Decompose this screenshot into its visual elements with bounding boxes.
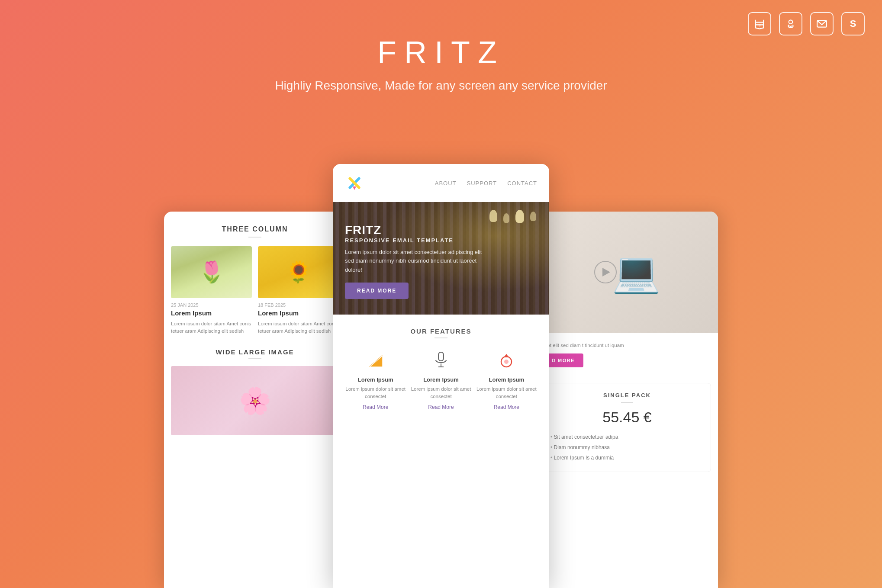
svg-point-15 xyxy=(504,360,509,364)
feature-desc-2: Lorem ipsum dolor sit amet consectet xyxy=(410,386,471,401)
svg-text:5: 5 xyxy=(759,23,761,27)
tulips-image xyxy=(171,246,252,298)
hero-subtitle: Highliy Responsive, Made for any screen … xyxy=(0,79,882,93)
date-2: 18 FEB 2025 xyxy=(258,302,339,308)
feature-item-1: Lorem Ipsum Lorem ipsum dolor sit amet c… xyxy=(345,349,406,410)
hero-title: FRITZ xyxy=(0,35,882,70)
feature-desc-1: Lorem ipsum dolor sit amet consectet xyxy=(345,386,406,401)
feature-item-2: Lorem Ipsum Lorem ipsum dolor sit amet c… xyxy=(410,349,471,410)
svg-rect-10 xyxy=(438,352,444,361)
wide-section: WIDE LARGE IMAGE xyxy=(164,348,346,435)
ring-icon xyxy=(495,349,518,371)
center-hero-image: FRITZ RESPONSIVE EMAIL TEMPLATE Lorem ip… xyxy=(333,202,549,315)
features-divider xyxy=(435,337,447,338)
body-2: Lorem ipsum dolor sitam Amet conis tetue… xyxy=(258,320,339,335)
left-divider-1 xyxy=(248,237,261,238)
three-column-title: THREE COLUMN xyxy=(164,212,346,237)
play-button[interactable] xyxy=(594,261,617,283)
nav-contact[interactable]: CONTACT xyxy=(507,180,537,186)
left-columns: 25 JAN 2025 Lorem Ipsum Lorem ipsum dolo… xyxy=(164,246,346,335)
play-triangle-icon xyxy=(602,268,610,276)
title-1: Lorem Ipsum xyxy=(171,309,252,317)
top-icons-bar: 5 S xyxy=(748,12,865,35)
wide-divider xyxy=(248,358,261,359)
logo-svg xyxy=(345,174,364,193)
center-body: Lorem ipsum dolor sit amet consectetuer … xyxy=(345,248,483,275)
gmail-icon[interactable] xyxy=(810,12,834,35)
features-section: OUR FEATURES Lorem Ipsum Lorem ipsum dol… xyxy=(333,315,549,419)
yellow-image xyxy=(258,246,339,298)
center-hero-tag: FRITZ RESPONSIVE EMAIL TEMPLATE Lorem ip… xyxy=(345,223,537,299)
left-card: THREE COLUMN 25 JAN 2025 Lorem Ipsum Lor… xyxy=(164,212,346,588)
microphone-icon xyxy=(430,349,452,371)
mailchimp-icon[interactable] xyxy=(779,12,802,35)
date-1: 25 JAN 2025 xyxy=(171,302,252,308)
pricing-list: Sit amet consectetuer adipa Diam nonummy… xyxy=(550,432,704,463)
pricing-divider xyxy=(621,402,633,403)
read-more-button[interactable]: READ MORE xyxy=(345,283,409,299)
feature-item-3: Lorem Ipsum Lorem ipsum dolor sit amet c… xyxy=(476,349,537,410)
center-brand: FRITZ xyxy=(345,223,537,237)
right-feature-text: met elit sed diam t tincidunt ut iquam xyxy=(543,341,711,349)
nav-about[interactable]: ABOUT xyxy=(435,180,457,186)
features-title: OUR FEATURES xyxy=(345,328,537,335)
feature-desc-3: Lorem ipsum dolor sit amet consectet xyxy=(476,386,537,401)
pricing-item-3: Lorem Ipsum Is a dummia xyxy=(550,453,704,463)
center-navbar: ABOUT SUPPORT CONTACT xyxy=(333,164,549,202)
left-col-1: 25 JAN 2025 Lorem Ipsum Lorem ipsum dolo… xyxy=(171,246,252,335)
center-logo xyxy=(345,174,364,193)
svg-marker-7 xyxy=(353,186,356,190)
right-card: met elit sed diam t tincidunt ut iquam D… xyxy=(536,212,718,588)
nav-links: ABOUT SUPPORT CONTACT xyxy=(435,180,537,186)
feature-link-1[interactable]: Read More xyxy=(345,404,406,410)
right-feature-section: met elit sed diam t tincidunt ut iquam D… xyxy=(536,333,718,376)
wide-title: WIDE LARGE IMAGE xyxy=(171,348,339,356)
feature-name-2: Lorem Ipsum xyxy=(410,376,471,383)
html5-icon[interactable]: 5 xyxy=(748,12,771,35)
pricing-title: SINGLE PACK xyxy=(550,392,704,398)
cards-container: THREE COLUMN 25 JAN 2025 Lorem Ipsum Lor… xyxy=(0,121,882,588)
body-1: Lorem ipsum dolor sitam Amet conis tetue… xyxy=(171,320,252,335)
sendgrid-icon[interactable]: S xyxy=(841,12,865,35)
center-tagline: RESPONSIVE EMAIL TEMPLATE xyxy=(345,237,537,244)
pricing-item-2: Diam nonummy nibhasa xyxy=(550,442,704,453)
floral-image xyxy=(171,366,339,435)
svg-point-3 xyxy=(789,20,793,24)
svg-marker-8 xyxy=(369,355,383,367)
left-col-2: 18 FEB 2025 Lorem Ipsum Lorem ipsum dolo… xyxy=(258,246,339,335)
nav-support[interactable]: SUPPORT xyxy=(467,180,497,186)
feature-name-1: Lorem Ipsum xyxy=(345,376,406,383)
features-grid: Lorem Ipsum Lorem ipsum dolor sit amet c… xyxy=(345,349,537,410)
laptop-image xyxy=(536,212,718,333)
light-bulbs xyxy=(489,210,536,223)
center-card: ABOUT SUPPORT CONTACT FRITZ RESPONSIVE E… xyxy=(333,164,549,588)
pricing-item-1: Sit amet consectetuer adipa xyxy=(550,432,704,442)
svg-marker-14 xyxy=(504,354,509,357)
feature-link-2[interactable]: Read More xyxy=(410,404,471,410)
hero-section: FRITZ Highliy Responsive, Made for any s… xyxy=(0,35,882,93)
title-2: Lorem Ipsum xyxy=(258,309,339,317)
pricing-price: 55.45 € xyxy=(550,409,704,426)
pricing-box: SINGLE PACK 55.45 € Sit amet consectetue… xyxy=(543,383,711,472)
ruler-icon xyxy=(364,349,387,371)
feature-name-3: Lorem Ipsum xyxy=(476,376,537,383)
feature-link-3[interactable]: Read More xyxy=(476,404,537,410)
